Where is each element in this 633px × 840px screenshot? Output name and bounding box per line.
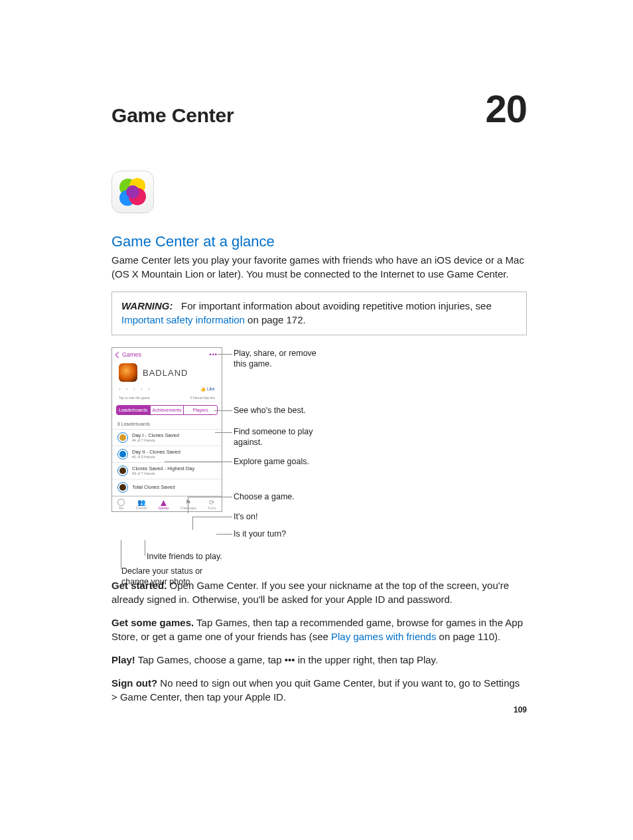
callout-choose: Choose a game. <box>234 492 295 503</box>
rating-dots: • • • • • <box>119 386 152 392</box>
tab-challenges: ⚑Challenges <box>180 499 196 510</box>
tab-friends: 👥Friends <box>136 499 147 510</box>
tab-turns: ⟳Turns <box>208 499 216 510</box>
game-center-app-icon <box>111 171 154 213</box>
fb-hint: 0 friends like this <box>190 396 215 400</box>
page-number: 109 <box>514 705 527 714</box>
play-with-friends-link[interactable]: Play games with friends <box>331 631 436 642</box>
callout-find: Find someone to play against. <box>234 427 329 448</box>
warning-box: WARNING: For important information about… <box>111 292 527 335</box>
chapter-number: 20 <box>485 86 527 131</box>
leaderboard-row: Day II - Clones Saved#1 of 5 friends <box>112 446 222 462</box>
game-artwork-icon <box>119 363 137 382</box>
leaderboard-count: 8 Leaderboards <box>112 419 222 429</box>
rate-hint: Tap to rate this game <box>119 396 150 400</box>
badge-icon <box>117 482 128 493</box>
phone-screenshot: Games ••• BADLAND • • • • • 👍 Like Tap t… <box>111 347 222 512</box>
chapter-title: Game Center <box>111 104 234 127</box>
paragraph-play: Play! Tap Games, choose a game, tap ••• … <box>111 653 527 667</box>
seg-leaderboards: Leaderboards <box>117 406 150 414</box>
seg-players: Players <box>183 406 217 414</box>
seg-achievements: Achievements <box>150 406 184 414</box>
callout-best: See who's the best. <box>234 406 306 416</box>
bottom-tab-bar: Me 👥Friends Games ⚑Challenges ⟳Turns <box>112 496 222 511</box>
paragraph-get-started: Get started. Open Game Center. If you se… <box>111 578 527 606</box>
annotated-screenshot: Games ••• BADLAND • • • • • 👍 Like Tap t… <box>111 347 329 560</box>
tab-me: Me <box>117 499 125 510</box>
warning-text-after: on page 172. <box>245 314 306 325</box>
chevron-left-icon <box>115 351 122 358</box>
manual-page: Game Center 20 Game Center at a glance G… <box>0 0 633 766</box>
callout-explore: Explore game goals. <box>234 457 309 467</box>
badge-icon <box>117 465 128 476</box>
tab-games: Games <box>158 500 169 510</box>
chapter-header: Game Center 20 <box>111 86 527 131</box>
leaderboard-row: Clones Saved - Highest Day#3 of 7 friend… <box>112 462 222 479</box>
safety-link[interactable]: Important safety information <box>121 314 245 325</box>
paragraph-sign-out: Sign out? No need to sign out when you q… <box>111 676 527 704</box>
badge-icon <box>117 449 128 460</box>
leaderboard-row: Total Clones Saved <box>112 479 222 496</box>
warning-label: WARNING: <box>121 300 173 311</box>
svg-point-4 <box>126 185 139 199</box>
back-button: Games <box>116 351 141 358</box>
more-icon: ••• <box>210 351 218 358</box>
leaderboard-row: Day I - Clones Saved#4 of 7 friends <box>112 429 222 446</box>
badge-icon <box>117 432 128 443</box>
section-title: Game Center at a glance <box>111 233 527 250</box>
game-title: BADLAND <box>143 368 188 378</box>
intro-paragraph: Game Center lets you play your favorite … <box>111 253 527 281</box>
segmented-control: Leaderboards Achievements Players <box>116 405 218 415</box>
paragraph-get-games: Get some games. Tap Games, then tap a re… <box>111 616 527 643</box>
like-button: 👍 Like <box>200 386 215 392</box>
warning-text-before: For important information about avoiding… <box>181 300 492 311</box>
callout-play-share: Play, share, or remove this game. <box>234 349 329 369</box>
